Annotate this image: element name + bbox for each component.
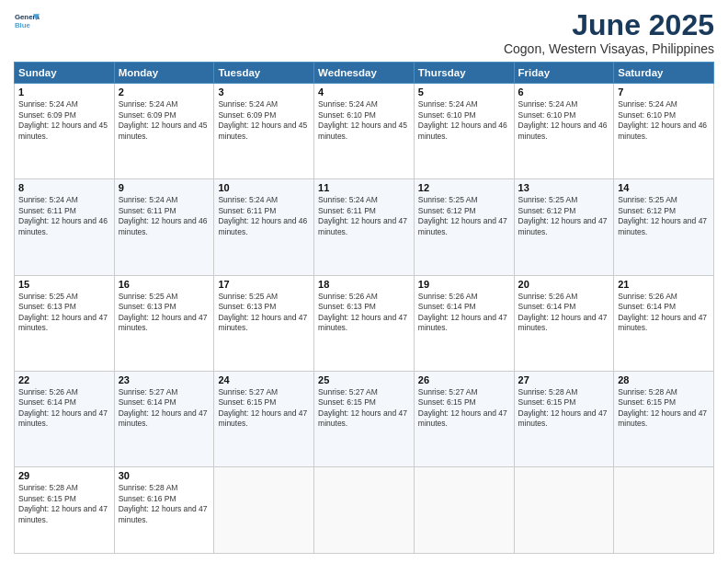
- day-info: Sunrise: 5:25 AMSunset: 6:12 PMDaylight:…: [618, 195, 710, 237]
- day-number: 7: [618, 86, 710, 98]
- subtitle: Cogon, Western Visayas, Philippines: [504, 41, 714, 56]
- calendar-week-row: 22Sunrise: 5:26 AMSunset: 6:14 PMDayligh…: [15, 371, 714, 466]
- table-row: 11Sunrise: 5:24 AMSunset: 6:11 PMDayligh…: [314, 179, 415, 275]
- day-number: 2: [119, 86, 210, 98]
- day-number: 14: [618, 182, 710, 193]
- day-number: 22: [18, 374, 110, 385]
- day-info: Sunrise: 5:25 AMSunset: 6:12 PMDaylight:…: [418, 195, 510, 237]
- table-row: 15Sunrise: 5:25 AMSunset: 6:13 PMDayligh…: [15, 275, 115, 371]
- day-info: Sunrise: 5:27 AMSunset: 6:15 PMDaylight:…: [418, 387, 510, 430]
- calendar-table: Sunday Monday Tuesday Wednesday Thursday…: [14, 62, 714, 554]
- table-row: 10Sunrise: 5:24 AMSunset: 6:11 PMDayligh…: [214, 179, 314, 275]
- day-number: 20: [518, 279, 610, 290]
- col-tuesday: Tuesday: [214, 63, 314, 84]
- day-number: 10: [218, 182, 310, 193]
- day-number: 23: [119, 374, 210, 385]
- day-info: Sunrise: 5:26 AMSunset: 6:14 PMDaylight:…: [418, 292, 510, 334]
- day-number: 19: [418, 279, 510, 290]
- day-info: Sunrise: 5:28 AMSunset: 6:16 PMDaylight:…: [119, 483, 210, 525]
- table-row: 28Sunrise: 5:28 AMSunset: 6:15 PMDayligh…: [614, 371, 714, 466]
- calendar-body: 1Sunrise: 5:24 AMSunset: 6:09 PMDaylight…: [15, 84, 714, 554]
- day-info: Sunrise: 5:24 AMSunset: 6:09 PMDaylight:…: [218, 99, 310, 142]
- calendar-header: Sunday Monday Tuesday Wednesday Thursday…: [15, 63, 714, 84]
- calendar-week-row: 8Sunrise: 5:24 AMSunset: 6:11 PMDaylight…: [15, 179, 714, 275]
- day-number: 16: [119, 279, 210, 290]
- day-info: Sunrise: 5:25 AMSunset: 6:12 PMDaylight:…: [518, 195, 610, 237]
- table-row: 20Sunrise: 5:26 AMSunset: 6:14 PMDayligh…: [514, 275, 614, 371]
- day-info: Sunrise: 5:24 AMSunset: 6:09 PMDaylight:…: [119, 99, 210, 142]
- day-info: Sunrise: 5:26 AMSunset: 6:14 PMDaylight:…: [18, 387, 110, 430]
- day-number: 3: [218, 86, 310, 98]
- day-info: Sunrise: 5:24 AMSunset: 6:10 PMDaylight:…: [618, 99, 710, 142]
- day-info: Sunrise: 5:24 AMSunset: 6:11 PMDaylight:…: [218, 195, 310, 237]
- calendar-week-row: 29Sunrise: 5:28 AMSunset: 6:15 PMDayligh…: [15, 467, 714, 554]
- day-info: Sunrise: 5:26 AMSunset: 6:14 PMDaylight:…: [618, 292, 710, 334]
- header-row: Sunday Monday Tuesday Wednesday Thursday…: [15, 63, 714, 84]
- day-number: 13: [518, 182, 610, 193]
- day-number: 28: [618, 374, 710, 385]
- day-number: 18: [318, 279, 410, 290]
- table-row: 6Sunrise: 5:24 AMSunset: 6:10 PMDaylight…: [514, 84, 614, 179]
- day-info: Sunrise: 5:28 AMSunset: 6:15 PMDaylight:…: [618, 387, 710, 430]
- table-row: 24Sunrise: 5:27 AMSunset: 6:15 PMDayligh…: [214, 371, 314, 466]
- day-info: Sunrise: 5:27 AMSunset: 6:15 PMDaylight:…: [318, 387, 410, 430]
- day-number: 8: [18, 182, 110, 193]
- day-number: 24: [218, 374, 310, 385]
- table-row: 23Sunrise: 5:27 AMSunset: 6:14 PMDayligh…: [114, 371, 214, 466]
- table-row: 26Sunrise: 5:27 AMSunset: 6:15 PMDayligh…: [414, 371, 514, 466]
- logo-icon: General Blue: [14, 9, 40, 35]
- table-row: [214, 467, 314, 554]
- table-row: 29Sunrise: 5:28 AMSunset: 6:15 PMDayligh…: [15, 467, 115, 554]
- day-number: 12: [418, 182, 510, 193]
- day-info: Sunrise: 5:28 AMSunset: 6:15 PMDaylight:…: [18, 483, 110, 525]
- table-row: 12Sunrise: 5:25 AMSunset: 6:12 PMDayligh…: [414, 179, 514, 275]
- day-number: 9: [119, 182, 210, 193]
- day-number: 29: [18, 470, 110, 481]
- table-row: 16Sunrise: 5:25 AMSunset: 6:13 PMDayligh…: [114, 275, 214, 371]
- calendar-week-row: 1Sunrise: 5:24 AMSunset: 6:09 PMDaylight…: [15, 84, 714, 179]
- table-row: 27Sunrise: 5:28 AMSunset: 6:15 PMDayligh…: [514, 371, 614, 466]
- day-info: Sunrise: 5:28 AMSunset: 6:15 PMDaylight:…: [518, 387, 610, 430]
- day-number: 21: [618, 279, 710, 290]
- table-row: 5Sunrise: 5:24 AMSunset: 6:10 PMDaylight…: [414, 84, 514, 179]
- table-row: 9Sunrise: 5:24 AMSunset: 6:11 PMDaylight…: [114, 179, 214, 275]
- table-row: 14Sunrise: 5:25 AMSunset: 6:12 PMDayligh…: [614, 179, 714, 275]
- day-info: Sunrise: 5:26 AMSunset: 6:14 PMDaylight:…: [518, 292, 610, 334]
- day-number: 6: [518, 86, 610, 98]
- day-info: Sunrise: 5:24 AMSunset: 6:10 PMDaylight:…: [518, 99, 610, 142]
- day-info: Sunrise: 5:24 AMSunset: 6:10 PMDaylight:…: [318, 99, 410, 142]
- day-info: Sunrise: 5:24 AMSunset: 6:11 PMDaylight:…: [318, 195, 410, 237]
- day-info: Sunrise: 5:24 AMSunset: 6:11 PMDaylight:…: [119, 195, 210, 237]
- day-number: 27: [518, 374, 610, 385]
- day-number: 4: [318, 86, 410, 98]
- logo: General Blue: [14, 9, 40, 35]
- day-number: 15: [18, 279, 110, 290]
- table-row: 7Sunrise: 5:24 AMSunset: 6:10 PMDaylight…: [614, 84, 714, 179]
- table-row: 13Sunrise: 5:25 AMSunset: 6:12 PMDayligh…: [514, 179, 614, 275]
- table-row: 19Sunrise: 5:26 AMSunset: 6:14 PMDayligh…: [414, 275, 514, 371]
- table-row: [314, 467, 415, 554]
- table-row: [414, 467, 514, 554]
- day-info: Sunrise: 5:24 AMSunset: 6:09 PMDaylight:…: [18, 99, 110, 142]
- day-info: Sunrise: 5:25 AMSunset: 6:13 PMDaylight:…: [119, 292, 210, 334]
- day-number: 5: [418, 86, 510, 98]
- day-info: Sunrise: 5:25 AMSunset: 6:13 PMDaylight:…: [218, 292, 310, 334]
- table-row: 2Sunrise: 5:24 AMSunset: 6:09 PMDaylight…: [114, 84, 214, 179]
- main-title: June 2025: [504, 9, 714, 41]
- day-info: Sunrise: 5:27 AMSunset: 6:14 PMDaylight:…: [119, 387, 210, 430]
- day-number: 30: [119, 470, 210, 481]
- table-row: 30Sunrise: 5:28 AMSunset: 6:16 PMDayligh…: [114, 467, 214, 554]
- day-number: 11: [318, 182, 410, 193]
- col-thursday: Thursday: [414, 63, 514, 84]
- day-info: Sunrise: 5:24 AMSunset: 6:10 PMDaylight:…: [418, 99, 510, 142]
- table-row: 8Sunrise: 5:24 AMSunset: 6:11 PMDaylight…: [15, 179, 115, 275]
- day-number: 1: [18, 86, 110, 98]
- table-row: 4Sunrise: 5:24 AMSunset: 6:10 PMDaylight…: [314, 84, 415, 179]
- col-sunday: Sunday: [15, 63, 115, 84]
- table-row: 1Sunrise: 5:24 AMSunset: 6:09 PMDaylight…: [15, 84, 115, 179]
- day-info: Sunrise: 5:26 AMSunset: 6:13 PMDaylight:…: [318, 292, 410, 334]
- day-info: Sunrise: 5:25 AMSunset: 6:13 PMDaylight:…: [18, 292, 110, 334]
- table-row: 18Sunrise: 5:26 AMSunset: 6:13 PMDayligh…: [314, 275, 415, 371]
- calendar-week-row: 15Sunrise: 5:25 AMSunset: 6:13 PMDayligh…: [15, 275, 714, 371]
- table-row: 25Sunrise: 5:27 AMSunset: 6:15 PMDayligh…: [314, 371, 415, 466]
